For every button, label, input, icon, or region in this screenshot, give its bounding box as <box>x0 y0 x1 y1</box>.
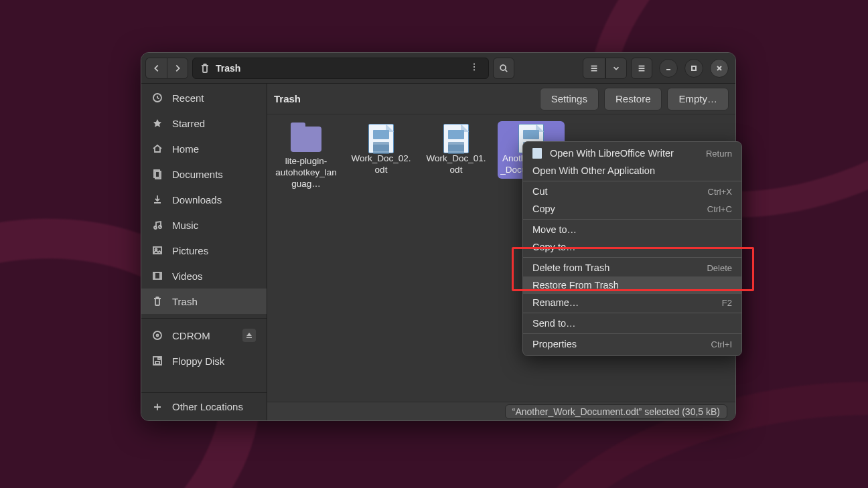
sidebar-item-recent[interactable]: Recent <box>141 85 267 110</box>
document-icon <box>443 124 469 153</box>
file-name: Work_Doc_02.odt <box>350 153 412 176</box>
music-icon <box>152 220 163 230</box>
ctx-label: Copy <box>532 204 555 214</box>
sidebar-item-videos[interactable]: Videos <box>141 263 267 289</box>
context-menu: Open With LibreOffice Writer Return Open… <box>522 141 742 356</box>
file-item[interactable]: Work_Doc_02.odt <box>348 121 415 179</box>
ctx-shortcut: Return <box>706 149 732 159</box>
location-title: Trash <box>274 93 301 104</box>
file-name: Work_Doc_01.odt <box>425 153 487 176</box>
sidebar-item-label: Home <box>172 143 199 155</box>
ctx-label: Open With Other Application <box>532 165 655 176</box>
sidebar-item-trash[interactable]: Trash <box>141 289 267 314</box>
sidebar-item-starred[interactable]: Starred <box>141 110 267 136</box>
path-label: Trash <box>216 63 240 74</box>
pictures-icon <box>152 245 163 256</box>
ctx-open-with-writer[interactable]: Open With LibreOffice Writer Return <box>523 145 741 162</box>
view-switch <box>583 58 627 79</box>
sidebar-item-music[interactable]: Music <box>141 212 267 238</box>
ctx-label: Restore From Trash <box>532 280 619 291</box>
sidebar-item-cdrom[interactable]: CDROM <box>141 323 267 348</box>
ctx-move-to[interactable]: Move to… <box>523 221 741 238</box>
ctx-separator <box>523 257 741 258</box>
ctx-label: Copy to… <box>532 242 575 252</box>
ctx-copy-to[interactable]: Copy to… <box>523 238 741 256</box>
home-icon <box>152 143 163 154</box>
trash-icon <box>200 63 210 74</box>
ctx-rename[interactable]: Rename… F2 <box>523 294 741 311</box>
view-list-button[interactable] <box>583 58 605 79</box>
window-controls <box>659 59 729 78</box>
documents-icon <box>152 169 163 179</box>
ctx-open-with-other[interactable]: Open With Other Application <box>523 162 741 179</box>
svg-point-26 <box>153 331 161 339</box>
svg-marker-28 <box>246 333 252 336</box>
maximize-button[interactable] <box>684 59 703 78</box>
star-icon <box>152 118 163 129</box>
sidebar-item-documents[interactable]: Documents <box>141 161 267 187</box>
file-item[interactable]: lite-plugin-autohotkey_languag… <box>273 121 340 193</box>
sidebar-item-label: Documents <box>172 169 223 180</box>
disc-icon <box>152 330 163 341</box>
sidebar-other-locations[interactable]: Other Locations <box>141 392 267 420</box>
restore-button[interactable]: Restore <box>604 88 662 110</box>
document-icon <box>368 124 394 153</box>
search-button[interactable] <box>493 58 514 79</box>
document-icon <box>532 148 542 159</box>
ctx-separator <box>523 219 741 220</box>
downloads-icon <box>152 194 163 205</box>
statusbar: “Another_Work_Document.odt” selected (30… <box>267 402 735 420</box>
svg-line-4 <box>506 70 508 72</box>
ctx-separator <box>523 181 741 181</box>
ctx-label: Send to… <box>532 318 576 329</box>
ctx-label: Delete from Trash <box>532 262 609 273</box>
svg-point-27 <box>157 335 159 337</box>
svg-rect-31 <box>155 361 159 364</box>
close-button[interactable] <box>710 59 729 78</box>
plus-icon <box>152 402 163 412</box>
sidebar-item-label: Music <box>172 220 198 231</box>
ctx-restore-from-trash[interactable]: Restore From Trash <box>523 276 741 294</box>
minimize-button[interactable] <box>659 59 678 78</box>
pathbar[interactable]: Trash <box>192 58 489 79</box>
sidebar-item-downloads[interactable]: Downloads <box>141 187 267 212</box>
sidebar-item-label: Floppy Disk <box>172 355 224 367</box>
videos-icon <box>152 270 163 281</box>
ctx-label: Open With LibreOffice Writer <box>550 148 674 159</box>
svg-rect-12 <box>692 66 696 70</box>
sidebar-item-label: Downloads <box>172 194 222 206</box>
file-item[interactable]: Work_Doc_01.odt <box>423 121 490 179</box>
ctx-label: Properties <box>532 339 577 349</box>
folder-icon <box>291 127 321 152</box>
sidebar-item-floppy[interactable]: Floppy Disk <box>141 348 267 374</box>
ctx-shortcut: Ctrl+X <box>708 187 732 197</box>
sidebar-item-label: Pictures <box>172 245 208 256</box>
svg-rect-32 <box>158 357 160 359</box>
ctx-delete-from-trash[interactable]: Delete from Trash Delete <box>523 259 741 276</box>
sidebar-item-label: Recent <box>172 92 204 104</box>
empty-trash-button[interactable]: Empty… <box>667 88 729 110</box>
svg-point-19 <box>154 226 157 229</box>
svg-rect-29 <box>246 337 252 339</box>
path-overflow-button[interactable] <box>467 62 482 74</box>
ctx-copy[interactable]: Copy Ctrl+C <box>523 200 741 218</box>
hamburger-menu-button[interactable] <box>631 58 652 79</box>
svg-point-1 <box>474 66 475 68</box>
svg-point-2 <box>474 69 475 70</box>
clock-icon <box>152 92 163 103</box>
sidebar-item-label: Trash <box>172 296 198 307</box>
floppy-icon <box>152 355 163 366</box>
ctx-properties[interactable]: Properties Ctrl+I <box>523 335 741 353</box>
view-options-button[interactable] <box>605 58 627 79</box>
nav-forward-button[interactable] <box>167 58 188 79</box>
sidebar-item-pictures[interactable]: Pictures <box>141 238 267 263</box>
sidebar-item-label: Other Locations <box>172 401 243 412</box>
settings-button[interactable]: Settings <box>540 88 599 110</box>
ctx-cut[interactable]: Cut Ctrl+X <box>523 183 741 200</box>
nav-back-button[interactable] <box>145 58 167 79</box>
sidebar-item-home[interactable]: Home <box>141 136 267 161</box>
eject-button[interactable] <box>242 329 256 342</box>
ctx-send-to[interactable]: Send to… <box>523 315 741 332</box>
ctx-shortcut: Ctrl+C <box>707 204 732 214</box>
sidebar: Recent Starred Home Documents Downloads … <box>141 84 267 420</box>
